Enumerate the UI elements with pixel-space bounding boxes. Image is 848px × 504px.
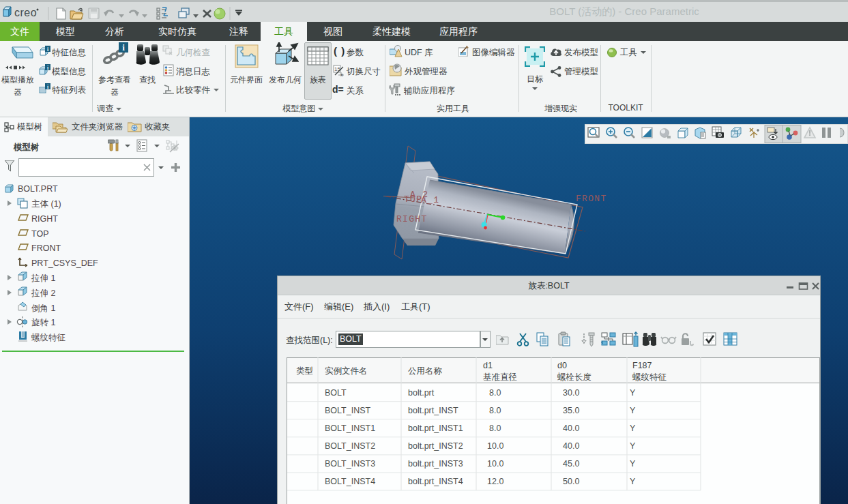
svg-text:Y: Y: [630, 459, 636, 469]
svg-text:公用名称: 公用名称: [408, 366, 443, 376]
svg-text:8.0: 8.0: [489, 424, 501, 433]
svg-text:TOP: TOP: [404, 194, 422, 205]
svg-text:bolt.prt_INST: bolt.prt_INST: [408, 406, 458, 415]
svg-text:实例文件名: 实例文件名: [325, 366, 368, 376]
svg-text:45.0: 45.0: [563, 459, 579, 469]
svg-text:d1: d1: [483, 361, 493, 370]
svg-text:螺栓长度: 螺栓长度: [557, 372, 591, 382]
svg-text:x: x: [340, 72, 343, 76]
svg-text:A_1: A_1: [421, 195, 439, 205]
svg-text:bolt.prt_INST1: bolt.prt_INST1: [408, 424, 463, 433]
svg-text:BOLT_INST4: BOLT_INST4: [325, 477, 375, 486]
svg-text:bolt.prt_INST4: bolt.prt_INST4: [408, 477, 463, 486]
svg-text:BOLT_INST: BOLT_INST: [325, 406, 371, 415]
svg-text:8.0: 8.0: [489, 388, 501, 398]
svg-text:35.0: 35.0: [563, 406, 579, 415]
svg-text:BOLT_INST3: BOLT_INST3: [325, 459, 375, 469]
svg-text:Y: Y: [630, 424, 636, 433]
svg-text:基准直径: 基准直径: [483, 372, 517, 382]
svg-text:FRONT: FRONT: [576, 194, 607, 204]
svg-text:bolt.prt_INST3: bolt.prt_INST3: [408, 459, 463, 469]
svg-text:40.0: 40.0: [563, 424, 579, 433]
svg-text:d0: d0: [557, 361, 567, 370]
svg-text:10.0: 10.0: [487, 441, 503, 451]
svg-text:12.0: 12.0: [487, 477, 503, 486]
svg-text:BOLT: BOLT: [325, 388, 347, 398]
svg-text:Y: Y: [630, 406, 636, 415]
svg-text:Y: Y: [630, 441, 636, 451]
svg-text:30.0: 30.0: [563, 388, 579, 398]
svg-text:Y: Y: [630, 388, 636, 398]
svg-text:10.0: 10.0: [487, 459, 503, 469]
svg-text:RIGHT: RIGHT: [396, 214, 428, 224]
svg-text:50.0: 50.0: [563, 477, 579, 486]
svg-text:i: i: [122, 42, 125, 53]
svg-text:螺纹特征: 螺纹特征: [632, 372, 667, 382]
svg-text:creo: creo: [14, 7, 37, 18]
svg-text:40.0: 40.0: [563, 441, 579, 451]
svg-text:8.0: 8.0: [489, 406, 501, 415]
svg-text:类型: 类型: [296, 366, 313, 376]
svg-text:F187: F187: [632, 361, 652, 370]
svg-text:bolt.prt: bolt.prt: [408, 388, 435, 398]
svg-text:bolt.prt_INST2: bolt.prt_INST2: [408, 441, 463, 451]
svg-text:BOLT_INST2: BOLT_INST2: [325, 441, 375, 451]
svg-text:BOLT_INST1: BOLT_INST1: [325, 424, 375, 433]
svg-text:Y: Y: [630, 477, 636, 486]
